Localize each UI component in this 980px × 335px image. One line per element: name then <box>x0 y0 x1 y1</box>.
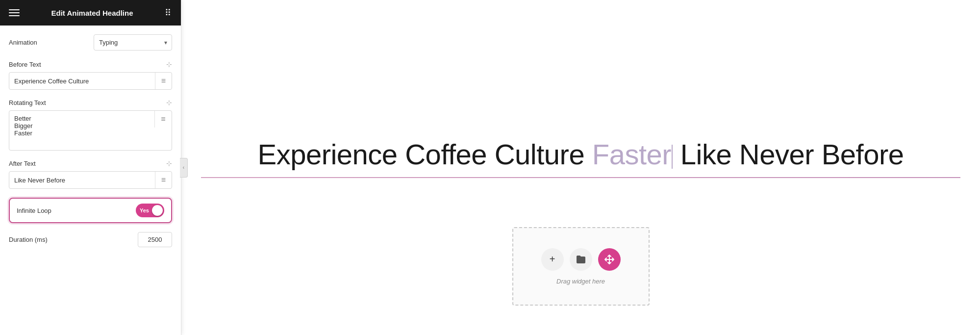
after-text-field-row: After Text ⊹ ≡ <box>9 159 172 189</box>
infinite-loop-row: Infinite Loop Yes <box>9 198 172 223</box>
move-icon <box>604 254 615 265</box>
rotating-text-textarea-wrapper: Better Bigger Faster ≡ <box>9 110 172 151</box>
rotating-text-textarea[interactable]: Better Bigger Faster <box>9 111 154 150</box>
rotating-text-dynamic-icon[interactable]: ⊹ <box>166 99 172 106</box>
rotating-text-icon-col: ≡ <box>154 111 172 128</box>
animation-field-row: Animation Typing Highlighted Animated Fl… <box>9 34 172 51</box>
before-text-label-row: Before Text ⊹ <box>9 60 172 68</box>
headline-before-text: Experience Coffee Culture <box>257 138 584 170</box>
before-text-input-wrapper: ≡ <box>9 72 172 90</box>
add-widget-button[interactable]: + <box>541 248 564 271</box>
duration-field-row: Duration (ms) <box>9 232 172 247</box>
hamburger-menu-icon[interactable] <box>9 7 20 18</box>
canvas-area: Experience Coffee Culture Faster Like Ne… <box>181 0 980 335</box>
rotating-text-field-row: Rotating Text ⊹ Better Bigger Faster ≡ <box>9 99 172 151</box>
panel-title: Edit Animated Headline <box>51 9 133 17</box>
animation-select-wrapper: Typing Highlighted Animated Flipping Lay… <box>94 34 172 51</box>
headline-rotating-text: Faster <box>592 138 680 170</box>
panel-header: Edit Animated Headline ⠿ <box>0 0 181 26</box>
separator-line <box>201 177 960 178</box>
after-text-label: After Text <box>9 160 36 167</box>
after-text-input[interactable] <box>9 173 155 188</box>
duration-label: Duration (ms) <box>9 236 48 243</box>
animated-headline: Experience Coffee Culture Faster Like Ne… <box>257 137 904 172</box>
toggle-yes-label: Yes <box>140 207 149 213</box>
infinite-loop-toggle[interactable]: Yes <box>136 204 164 217</box>
left-panel: Edit Animated Headline ⠿ Animation Typin… <box>0 0 181 335</box>
typing-cursor <box>672 145 673 169</box>
drop-zone-label: Drag widget here <box>556 278 605 285</box>
infinite-loop-label: Infinite Loop <box>17 207 51 214</box>
animation-select[interactable]: Typing Highlighted Animated Flipping Lay… <box>94 34 172 51</box>
folder-icon <box>576 255 586 264</box>
before-text-label: Before Text <box>9 61 41 68</box>
collapse-icon: ‹ <box>183 165 184 170</box>
grid-icon[interactable]: ⠿ <box>165 7 172 18</box>
move-widget-button[interactable] <box>598 248 621 271</box>
duration-input[interactable] <box>138 232 172 247</box>
panel-body: Animation Typing Highlighted Animated Fl… <box>0 26 181 335</box>
panel-collapse-handle[interactable]: ‹ <box>180 158 188 178</box>
animation-label: Animation <box>9 39 37 46</box>
folder-button[interactable] <box>570 248 592 271</box>
after-text-label-row: After Text ⊹ <box>9 159 172 167</box>
toggle-knob <box>152 205 163 216</box>
after-text-input-wrapper: ≡ <box>9 171 172 189</box>
drop-zone-buttons: + <box>541 248 621 271</box>
rotating-text-list-icon[interactable]: ≡ <box>155 111 172 128</box>
after-text-list-icon[interactable]: ≡ <box>155 172 172 188</box>
rotating-text-label-row: Rotating Text ⊹ <box>9 99 172 106</box>
drop-zone: + Drag widget here <box>512 227 650 306</box>
before-text-dynamic-icon[interactable]: ⊹ <box>166 60 172 68</box>
after-text-dynamic-icon[interactable]: ⊹ <box>166 159 172 167</box>
infinite-loop-toggle-container: Yes <box>136 204 164 217</box>
before-text-list-icon[interactable]: ≡ <box>155 73 172 89</box>
headline-after-text: Like Never Before <box>680 138 904 170</box>
before-text-field-row: Before Text ⊹ ≡ <box>9 60 172 90</box>
right-panel: Experience Coffee Culture Faster Like Ne… <box>181 0 980 335</box>
before-text-input[interactable] <box>9 74 155 89</box>
rotating-text-label: Rotating Text <box>9 99 46 106</box>
